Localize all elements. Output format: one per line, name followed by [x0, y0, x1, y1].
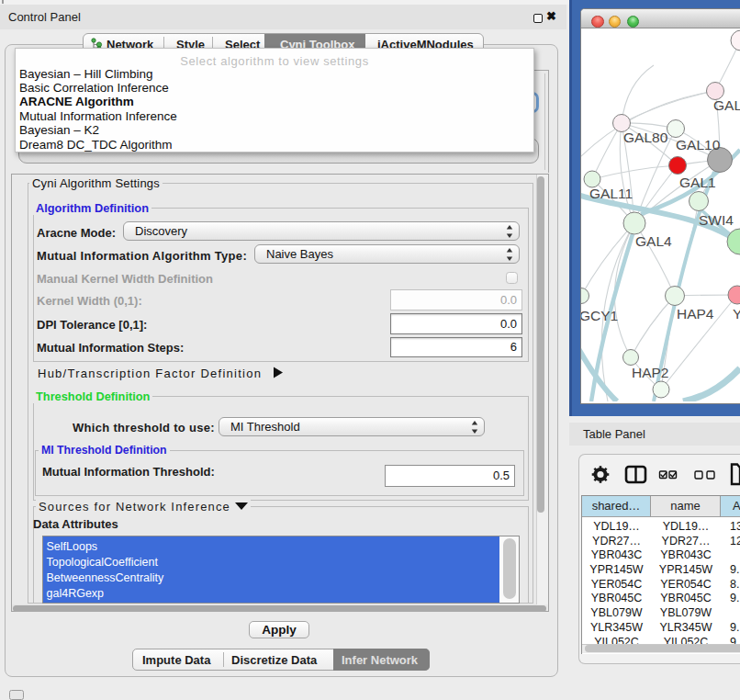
svg-text:GAL1: GAL1 — [679, 175, 716, 190]
svg-text:HAP4: HAP4 — [677, 306, 714, 322]
svg-text:GAL4: GAL4 — [635, 233, 672, 249]
svg-text:SWI4: SWI4 — [699, 212, 734, 228]
svg-text:HAP2: HAP2 — [632, 365, 669, 380]
svg-text:GAL11: GAL11 — [589, 186, 633, 201]
svg-text:YE: YE — [733, 306, 740, 322]
svg-text:GCY1: GCY1 — [581, 308, 618, 323]
svg-text:GAL7: GAL7 — [713, 97, 740, 113]
svg-text:GAL80: GAL80 — [623, 130, 668, 145]
svg-text:GAL10: GAL10 — [676, 137, 721, 152]
